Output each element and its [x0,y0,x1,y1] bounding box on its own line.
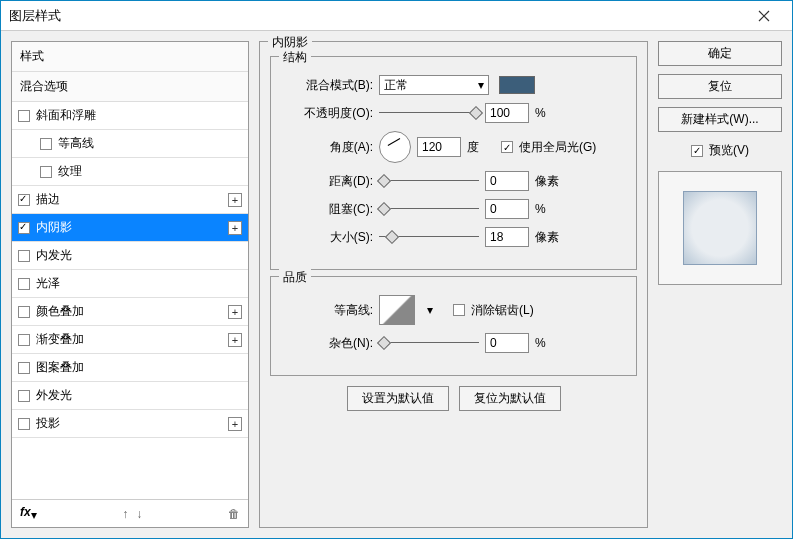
sidebar-item-label: 投影 [36,415,60,432]
sidebar-head-blending[interactable]: 混合选项 [12,72,248,102]
sidebar-item-label: 斜面和浮雕 [36,107,96,124]
ok-button[interactable]: 确定 [658,41,782,66]
antialias-checkbox[interactable] [453,304,465,316]
global-light-label: 使用全局光(G) [519,139,596,156]
unit-label: 像素 [535,173,563,190]
checkbox-icon[interactable] [40,138,52,150]
right-column: 确定 复位 新建样式(W)... 预览(V) [658,41,782,528]
sidebar-item-pattern-overlay[interactable]: 图案叠加 [12,354,248,382]
titlebar: 图层样式 [1,1,792,31]
reset-default-button[interactable]: 复位为默认值 [459,386,561,411]
effect-panel: 内阴影 结构 混合模式(B): 正常 ▾ 不透明度(O): [259,41,648,528]
sidebar-item-label: 纹理 [58,163,82,180]
add-instance-button[interactable]: + [228,333,242,347]
preview-checkbox[interactable] [691,145,703,157]
structure-group: 结构 混合模式(B): 正常 ▾ 不透明度(O): 100 % [270,56,637,270]
checkbox-icon[interactable] [18,194,30,206]
sidebar-item-color-overlay[interactable]: 颜色叠加 + [12,298,248,326]
content: 样式 混合选项 斜面和浮雕 等高线 纹理 描边 + 内阴影 + [1,31,792,538]
shadow-color-swatch[interactable] [499,76,535,94]
angle-input[interactable]: 120 [417,137,461,157]
distance-input[interactable]: 0 [485,171,529,191]
sidebar-item-texture[interactable]: 纹理 [12,158,248,186]
add-instance-button[interactable]: + [228,193,242,207]
noise-label: 杂色(N): [283,335,373,352]
effects-sidebar: 样式 混合选项 斜面和浮雕 等高线 纹理 描边 + 内阴影 + [11,41,249,528]
checkbox-icon[interactable] [40,166,52,178]
quality-group: 品质 等高线: ▾ 消除锯齿(L) 杂色(N): 0 % [270,276,637,376]
checkbox-icon[interactable] [18,390,30,402]
checkbox-icon[interactable] [18,278,30,290]
make-default-button[interactable]: 设置为默认值 [347,386,449,411]
unit-label: % [535,336,563,350]
choke-slider[interactable] [379,202,479,216]
unit-label: 度 [467,139,495,156]
checkbox-icon[interactable] [18,334,30,346]
size-slider[interactable] [379,230,479,244]
sidebar-item-label: 外发光 [36,387,72,404]
sidebar-item-bevel[interactable]: 斜面和浮雕 [12,102,248,130]
sidebar-item-label: 渐变叠加 [36,331,84,348]
sidebar-item-stroke[interactable]: 描边 + [12,186,248,214]
new-style-button[interactable]: 新建样式(W)... [658,107,782,132]
angle-dial[interactable] [379,131,411,163]
sidebar-item-outer-glow[interactable]: 外发光 [12,382,248,410]
sidebar-item-contour[interactable]: 等高线 [12,130,248,158]
choke-input[interactable]: 0 [485,199,529,219]
antialias-label: 消除锯齿(L) [471,302,534,319]
preview-swatch [683,191,757,265]
delete-button[interactable]: 🗑 [228,507,240,521]
opacity-input[interactable]: 100 [485,103,529,123]
checkbox-icon[interactable] [18,306,30,318]
sidebar-item-label: 内发光 [36,247,72,264]
contour-picker[interactable] [379,295,415,325]
checkbox-icon[interactable] [18,110,30,122]
preview-box [658,171,782,285]
checkbox-icon[interactable] [18,222,30,234]
sidebar-item-label: 等高线 [58,135,94,152]
sidebar-item-label: 描边 [36,191,60,208]
sidebar-item-label: 内阴影 [36,219,72,236]
add-instance-button[interactable]: + [228,221,242,235]
window-title: 图层样式 [9,7,61,25]
blend-mode-label: 混合模式(B): [283,77,373,94]
cancel-button[interactable]: 复位 [658,74,782,99]
preview-label: 预览(V) [709,142,749,159]
move-down-button[interactable]: ↓ [136,507,142,521]
distance-label: 距离(D): [283,173,373,190]
sidebar-footer: fx▾ ↑ ↓ 🗑 [12,499,248,527]
sidebar-item-label: 图案叠加 [36,359,84,376]
sidebar-item-label: 光泽 [36,275,60,292]
angle-label: 角度(A): [283,139,373,156]
distance-slider[interactable] [379,174,479,188]
close-icon [758,10,770,22]
sidebar-item-gradient-overlay[interactable]: 渐变叠加 + [12,326,248,354]
sidebar-item-inner-glow[interactable]: 内发光 [12,242,248,270]
noise-slider[interactable] [379,336,479,350]
sidebar-item-drop-shadow[interactable]: 投影 + [12,410,248,438]
checkbox-icon[interactable] [18,362,30,374]
noise-input[interactable]: 0 [485,333,529,353]
chevron-down-icon[interactable]: ▾ [427,303,433,317]
choke-label: 阻塞(C): [283,201,373,218]
opacity-label: 不透明度(O): [283,105,373,122]
global-light-checkbox[interactable] [501,141,513,153]
select-value: 正常 [384,77,408,94]
opacity-slider[interactable] [379,106,479,120]
layer-style-dialog: 图层样式 样式 混合选项 斜面和浮雕 等高线 纹理 描边 + [0,0,793,539]
checkbox-icon[interactable] [18,250,30,262]
sidebar-item-inner-shadow[interactable]: 内阴影 + [12,214,248,242]
close-button[interactable] [744,1,784,31]
sidebar-item-label: 颜色叠加 [36,303,84,320]
size-input[interactable]: 18 [485,227,529,247]
add-instance-button[interactable]: + [228,305,242,319]
add-instance-button[interactable]: + [228,417,242,431]
sidebar-item-satin[interactable]: 光泽 [12,270,248,298]
move-up-button[interactable]: ↑ [122,507,128,521]
sidebar-head-styles[interactable]: 样式 [12,42,248,72]
checkbox-icon[interactable] [18,418,30,430]
blend-mode-select[interactable]: 正常 ▾ [379,75,489,95]
fx-menu-button[interactable]: fx▾ [20,505,37,522]
group-legend: 品质 [279,269,311,286]
size-label: 大小(S): [283,229,373,246]
